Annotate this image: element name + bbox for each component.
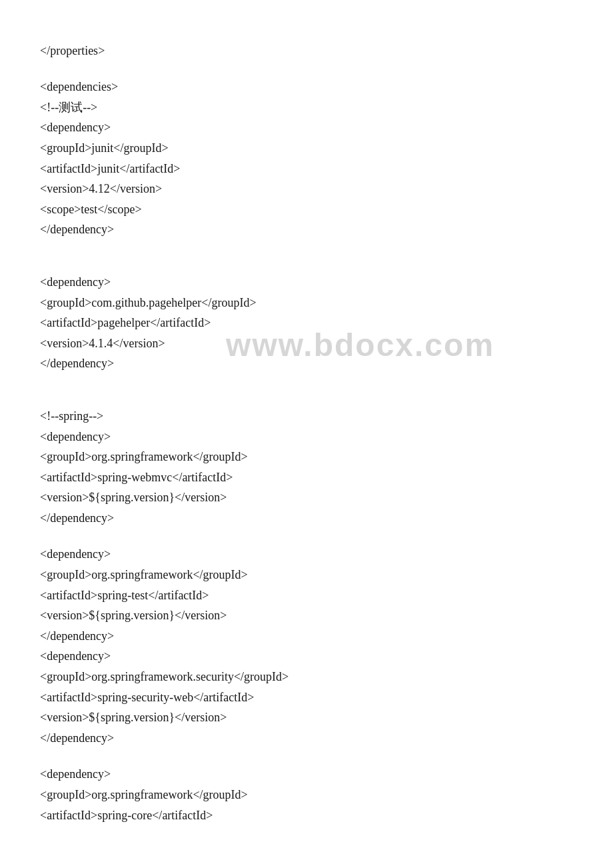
code-line: <artifactId>spring-security-web</artifac…: [40, 687, 573, 708]
blank-line: [40, 256, 573, 272]
code-line: <dependency>: [40, 646, 573, 667]
code-line: <dependency>: [40, 764, 573, 785]
blank-line: [40, 528, 573, 544]
code-line: <version>${spring.version}</version>: [40, 707, 573, 728]
code-line: <groupId>junit</groupId>: [40, 138, 573, 159]
code-line: <version>4.12</version>: [40, 179, 573, 199]
code-line: <artifactId>spring-webmvc</artifactId>: [40, 467, 573, 488]
code-line: <dependency>: [40, 117, 573, 138]
code-line: <artifactId>junit</artifactId>: [40, 159, 573, 179]
code-line: <version>${spring.version}</version>: [40, 605, 573, 626]
code-line: <!--测试-->: [40, 97, 573, 118]
code-line: </dependency>: [40, 626, 573, 647]
code-line: <version>${spring.version}</version>: [40, 487, 573, 508]
code-content: </properties><dependencies><!--测试--><dep…: [40, 20, 573, 825]
code-line: <dependency>: [40, 427, 573, 447]
code-line: <groupId>org.springframework.security</g…: [40, 667, 573, 687]
code-line: </properties>: [40, 41, 573, 61]
code-line: <dependency>: [40, 272, 573, 293]
code-line: <groupId>com.github.pagehelper</groupId>: [40, 293, 573, 313]
code-line: <artifactId>pagehelper</artifactId>: [40, 313, 573, 333]
code-line: </dependency>: [40, 728, 573, 749]
code-line: <dependencies>: [40, 77, 573, 97]
code-line: <scope>test</scope>: [40, 199, 573, 220]
blank-line: [40, 240, 573, 256]
code-line: <groupId>org.springframework</groupId>: [40, 785, 573, 805]
code-line: </dependency>: [40, 219, 573, 240]
code-line: </dependency>: [40, 353, 573, 374]
blank-line: [40, 374, 573, 390]
code-line: <version>4.1.4</version>: [40, 333, 573, 354]
code-line: <!--spring-->: [40, 406, 573, 427]
code-line: </dependency>: [40, 508, 573, 529]
blank-line: [40, 748, 573, 764]
blank-line: [40, 61, 573, 77]
code-line: <artifactId>spring-core</artifactId>: [40, 805, 573, 826]
blank-line: [40, 390, 573, 406]
code-line: <artifactId>spring-test</artifactId>: [40, 585, 573, 606]
code-line: <dependency>: [40, 544, 573, 565]
code-line: <groupId>org.springframework</groupId>: [40, 447, 573, 467]
code-line: <groupId>org.springframework</groupId>: [40, 565, 573, 585]
